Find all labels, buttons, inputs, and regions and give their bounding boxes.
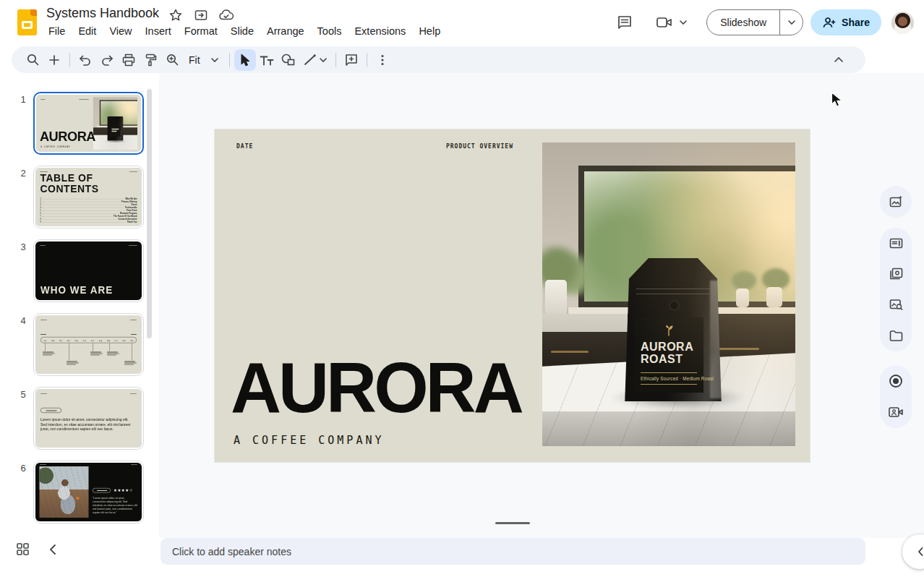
slide-filmstrip: 1 AURORA A COFFEE COMPANY 2 TABLE OFC [0, 73, 159, 538]
product-photo[interactable]: AURORAROAST Ethically Sourced · Medium R… [542, 142, 795, 446]
text-box-tool-button[interactable] [256, 49, 278, 71]
menu-format[interactable]: Format [178, 23, 224, 39]
logo-fold [30, 9, 37, 16]
folder-icon[interactable] [881, 322, 910, 351]
slideshow-dropdown-button[interactable] [779, 9, 803, 35]
slide-section-label[interactable]: PRODUCT OVERVIEW [446, 143, 513, 150]
thumb6-rating-stars: ★★★★☆ [114, 488, 133, 493]
collapse-filmstrip-icon[interactable] [48, 544, 56, 558]
speaker-notes-input[interactable]: Click to add speaker notes [161, 538, 865, 565]
toolbar: Fit [12, 46, 865, 73]
slide-title[interactable]: AURORA [231, 351, 521, 423]
slide-thumbnail-4[interactable]: JanFebMarAprMayJunJulAugSepOctNovDec [33, 313, 144, 376]
thumb3-title: WHO WE ARE [40, 284, 113, 296]
more-options-icon[interactable] [372, 49, 393, 71]
thumb2-toc: 1Who We Are 2Primary Offering 3Vision 4T… [40, 197, 137, 223]
slideshow-split-button: Slideshow [706, 9, 803, 35]
thumb6-pill-button [93, 488, 111, 493]
toolbar-divider [229, 53, 230, 67]
google-slides-window: Systems Handbook File Edit View Insert F… [0, 0, 924, 577]
chevron-left-icon [916, 546, 924, 557]
slide-canvas[interactable]: DATE PRODUCT OVERVIEW [159, 73, 924, 538]
slide-thumbnail-3[interactable]: WHO WE ARE [33, 239, 144, 302]
menu-help[interactable]: Help [412, 23, 447, 39]
slide-number: 3 [17, 242, 29, 252]
generate-image-icon[interactable] [881, 187, 910, 216]
print-button[interactable] [118, 49, 140, 71]
thumb4-timeline: JanFebMarAprMayJunJulAugSepOctNovDec [40, 337, 137, 343]
thumb5-pill-button [40, 408, 61, 413]
person-add-icon [822, 17, 836, 28]
toolbar-divider [69, 53, 70, 67]
open-side-panel-button[interactable] [902, 534, 924, 569]
slide-date-label[interactable]: DATE [236, 143, 253, 150]
current-slide[interactable]: DATE PRODUCT OVERVIEW [215, 129, 810, 462]
insert-comment-button[interactable] [341, 49, 362, 71]
menu-insert[interactable]: Insert [139, 23, 178, 39]
filmstrip-scrollbar[interactable] [147, 89, 152, 338]
account-avatar[interactable] [891, 12, 914, 34]
thumb5-body: Lorem ipsum dolor sit amet, consectetur … [40, 417, 135, 432]
slide-thumbnail-5[interactable]: Lorem ipsum dolor sit amet, consectetur … [33, 387, 144, 450]
slide-thumbnail-6[interactable]: ★★★★☆ "Lorem ipsum dolor sit amet, conse… [33, 461, 144, 523]
slide-thumbnail-1[interactable]: AURORA A COFFEE COMPANY [33, 92, 144, 155]
notes-resize-handle[interactable] [495, 522, 530, 524]
menu-extensions[interactable]: Extensions [348, 23, 412, 39]
slide-subtitle[interactable]: A COFFEE COMPANY [234, 434, 385, 447]
speaker-notes-placeholder: Click to add speaker notes [172, 546, 291, 557]
sidebar-group-bottom [880, 365, 912, 428]
menu-edit[interactable]: Edit [72, 23, 103, 39]
chevron-down-icon [679, 20, 688, 25]
slides-logo-icon[interactable] [17, 9, 37, 35]
sidebar-group-middle [880, 228, 912, 351]
zoom-select[interactable]: Fit [183, 54, 225, 66]
slide-number: 1 [17, 94, 29, 105]
slideshow-button[interactable]: Slideshow [707, 9, 779, 35]
sidebar-group-top [880, 186, 912, 218]
menu-slide[interactable]: Slide [224, 23, 260, 39]
zoom-icon[interactable] [161, 49, 183, 71]
move-folder-icon[interactable] [193, 7, 209, 23]
star-icon[interactable] [168, 7, 184, 23]
video-camera-icon [656, 14, 675, 30]
thumb1-title: AURORA [40, 129, 95, 145]
menu-file[interactable]: File [42, 23, 72, 39]
image-search-icon[interactable] [881, 291, 910, 320]
zoom-value: Fit [189, 54, 200, 66]
toolbar-divider [367, 53, 367, 67]
line-tool-button[interactable] [299, 49, 331, 71]
templates-icon[interactable] [881, 228, 910, 257]
header: Systems Handbook File Edit View Insert F… [0, 0, 924, 45]
undo-button[interactable] [74, 49, 96, 71]
slide-number: 4 [17, 315, 29, 326]
paint-format-icon[interactable] [140, 49, 161, 71]
grid-view-icon[interactable] [16, 542, 30, 559]
redo-button[interactable] [96, 49, 118, 71]
meet-call-control[interactable] [656, 14, 688, 30]
select-tool-button[interactable] [234, 49, 256, 71]
search-menus-icon[interactable] [22, 49, 43, 71]
thumb6-quote: "Lorem ipsum dolor sit amet, consectetur… [93, 496, 138, 514]
slide-thumbnail-2[interactable]: TABLE OFCONTENTS 1Who We Are 2Primary Of… [33, 166, 144, 228]
logo-inner-rect [22, 21, 33, 29]
thumb1-subtitle: A COFFEE COMPANY [40, 145, 70, 148]
new-slide-button[interactable] [43, 49, 65, 71]
share-button[interactable]: Share [810, 9, 881, 35]
menu-arrange[interactable]: Arrange [260, 23, 311, 39]
slide-number: 6 [17, 463, 29, 474]
record-icon[interactable] [881, 367, 910, 396]
comment-history-icon[interactable] [615, 13, 634, 32]
thumb6-photo [40, 466, 89, 518]
photos-icon[interactable] [881, 260, 910, 288]
hide-menus-icon[interactable] [828, 48, 850, 70]
cloud-saved-icon[interactable] [218, 7, 234, 23]
record-video-icon[interactable] [881, 398, 910, 427]
toolbar-divider [335, 53, 336, 67]
chevron-down-icon [210, 57, 219, 63]
document-title[interactable]: Systems Handbook [46, 6, 159, 21]
shapes-tool-button[interactable] [278, 49, 299, 71]
menu-view[interactable]: View [103, 23, 138, 39]
thumb1-photo [93, 97, 137, 150]
menu-tools[interactable]: Tools [311, 23, 348, 39]
menu-bar: File Edit View Insert Format Slide Arran… [42, 23, 447, 39]
